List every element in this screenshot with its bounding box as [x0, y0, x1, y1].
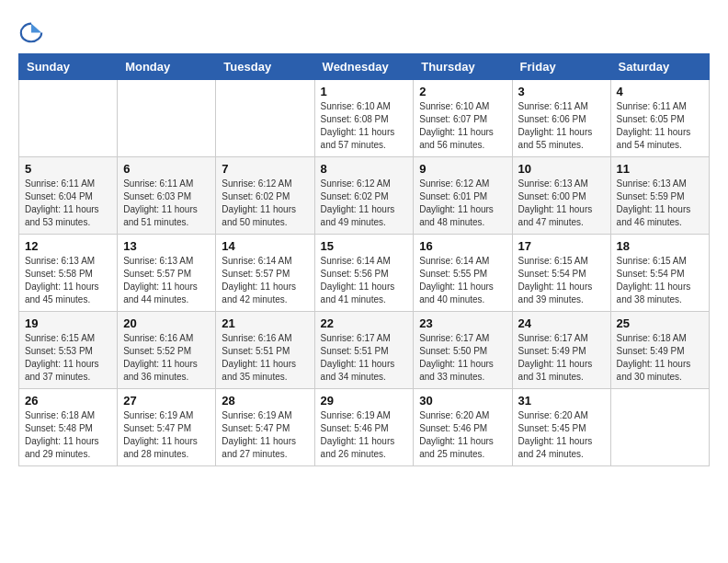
day-number: 8 [321, 162, 408, 176]
calendar-cell: 2Sunrise: 6:10 AM Sunset: 6:07 PM Daylig… [414, 80, 512, 157]
calendar-cell: 23Sunrise: 6:17 AM Sunset: 5:50 PM Dayli… [414, 312, 512, 389]
day-number: 22 [321, 316, 408, 330]
day-number: 18 [617, 239, 703, 253]
weekday-header: Tuesday [216, 54, 314, 80]
day-number: 20 [123, 316, 210, 330]
logo-icon [18, 18, 44, 44]
cell-text: Sunrise: 6:14 AM Sunset: 5:57 PM Dayligh… [222, 255, 308, 306]
cell-text: Sunrise: 6:17 AM Sunset: 5:51 PM Dayligh… [321, 332, 408, 384]
cell-text: Sunrise: 6:17 AM Sunset: 5:50 PM Dayligh… [419, 332, 506, 384]
cell-text: Sunrise: 6:18 AM Sunset: 5:48 PM Dayligh… [25, 409, 111, 461]
calendar-cell: 29Sunrise: 6:19 AM Sunset: 5:46 PM Dayli… [314, 389, 414, 466]
cell-text: Sunrise: 6:19 AM Sunset: 5:46 PM Dayligh… [321, 409, 408, 461]
cell-text: Sunrise: 6:16 AM Sunset: 5:52 PM Dayligh… [123, 332, 210, 384]
calendar-cell: 25Sunrise: 6:18 AM Sunset: 5:49 PM Dayli… [610, 312, 709, 389]
calendar-cell: 10Sunrise: 6:13 AM Sunset: 6:00 PM Dayli… [512, 157, 610, 235]
cell-text: Sunrise: 6:11 AM Sunset: 6:05 PM Dayligh… [617, 100, 703, 152]
calendar-cell: 27Sunrise: 6:19 AM Sunset: 5:47 PM Dayli… [118, 389, 216, 466]
day-number: 30 [419, 394, 506, 408]
day-number: 6 [123, 162, 210, 176]
cell-text: Sunrise: 6:11 AM Sunset: 6:06 PM Dayligh… [518, 100, 605, 152]
day-number: 12 [25, 239, 111, 253]
day-number: 31 [518, 394, 605, 408]
day-number: 29 [321, 394, 408, 408]
day-number: 15 [321, 239, 408, 253]
logo [18, 18, 48, 44]
cell-text: Sunrise: 6:14 AM Sunset: 5:55 PM Dayligh… [419, 255, 506, 306]
calendar-cell [610, 389, 709, 466]
cell-text: Sunrise: 6:11 AM Sunset: 6:04 PM Dayligh… [25, 178, 111, 229]
weekday-header: Wednesday [314, 54, 414, 80]
cell-text: Sunrise: 6:19 AM Sunset: 5:47 PM Dayligh… [222, 409, 308, 461]
calendar-cell: 14Sunrise: 6:14 AM Sunset: 5:57 PM Dayli… [216, 235, 314, 312]
cell-text: Sunrise: 6:16 AM Sunset: 5:51 PM Dayligh… [222, 332, 308, 384]
calendar-cell [118, 80, 216, 157]
calendar-cell [19, 80, 118, 157]
cell-text: Sunrise: 6:20 AM Sunset: 5:45 PM Dayligh… [518, 409, 605, 461]
cell-text: Sunrise: 6:11 AM Sunset: 6:03 PM Dayligh… [123, 178, 210, 229]
day-number: 5 [25, 162, 111, 176]
calendar-cell: 21Sunrise: 6:16 AM Sunset: 5:51 PM Dayli… [216, 312, 314, 389]
calendar-cell: 13Sunrise: 6:13 AM Sunset: 5:57 PM Dayli… [118, 235, 216, 312]
calendar-cell: 16Sunrise: 6:14 AM Sunset: 5:55 PM Dayli… [414, 235, 512, 312]
calendar-cell: 11Sunrise: 6:13 AM Sunset: 5:59 PM Dayli… [610, 157, 709, 235]
day-number: 7 [222, 162, 308, 176]
calendar-cell: 12Sunrise: 6:13 AM Sunset: 5:58 PM Dayli… [19, 235, 118, 312]
calendar-cell: 8Sunrise: 6:12 AM Sunset: 6:02 PM Daylig… [314, 157, 414, 235]
calendar-cell: 3Sunrise: 6:11 AM Sunset: 6:06 PM Daylig… [512, 80, 610, 157]
calendar-cell: 30Sunrise: 6:20 AM Sunset: 5:46 PM Dayli… [414, 389, 512, 466]
day-number: 17 [518, 239, 605, 253]
weekday-header: Friday [512, 54, 610, 80]
cell-text: Sunrise: 6:14 AM Sunset: 5:56 PM Dayligh… [321, 255, 408, 306]
day-number: 28 [222, 394, 308, 408]
cell-text: Sunrise: 6:17 AM Sunset: 5:49 PM Dayligh… [518, 332, 605, 384]
weekday-header: Saturday [610, 54, 709, 80]
cell-text: Sunrise: 6:10 AM Sunset: 6:07 PM Dayligh… [419, 100, 506, 152]
cell-text: Sunrise: 6:19 AM Sunset: 5:47 PM Dayligh… [123, 409, 210, 461]
cell-text: Sunrise: 6:15 AM Sunset: 5:53 PM Dayligh… [25, 332, 111, 384]
cell-text: Sunrise: 6:13 AM Sunset: 5:57 PM Dayligh… [123, 255, 210, 306]
weekday-header: Monday [118, 54, 216, 80]
calendar-cell: 4Sunrise: 6:11 AM Sunset: 6:05 PM Daylig… [610, 80, 709, 157]
cell-text: Sunrise: 6:18 AM Sunset: 5:49 PM Dayligh… [617, 332, 703, 384]
cell-text: Sunrise: 6:13 AM Sunset: 5:58 PM Dayligh… [25, 255, 111, 306]
calendar-cell: 7Sunrise: 6:12 AM Sunset: 6:02 PM Daylig… [216, 157, 314, 235]
day-number: 24 [518, 316, 605, 330]
calendar-cell: 22Sunrise: 6:17 AM Sunset: 5:51 PM Dayli… [314, 312, 414, 389]
calendar-cell: 9Sunrise: 6:12 AM Sunset: 6:01 PM Daylig… [414, 157, 512, 235]
day-number: 10 [518, 162, 605, 176]
day-number: 16 [419, 239, 506, 253]
calendar-cell: 5Sunrise: 6:11 AM Sunset: 6:04 PM Daylig… [19, 157, 118, 235]
calendar-table: SundayMondayTuesdayWednesdayThursdayFrid… [18, 53, 710, 466]
day-number: 1 [321, 85, 408, 98]
page-header [18, 18, 710, 44]
calendar-cell: 24Sunrise: 6:17 AM Sunset: 5:49 PM Dayli… [512, 312, 610, 389]
day-number: 13 [123, 239, 210, 253]
calendar-cell: 19Sunrise: 6:15 AM Sunset: 5:53 PM Dayli… [19, 312, 118, 389]
calendar-cell: 18Sunrise: 6:15 AM Sunset: 5:54 PM Dayli… [610, 235, 709, 312]
weekday-header: Sunday [19, 54, 118, 80]
cell-text: Sunrise: 6:12 AM Sunset: 6:02 PM Dayligh… [321, 178, 408, 229]
cell-text: Sunrise: 6:12 AM Sunset: 6:02 PM Dayligh… [222, 178, 308, 229]
day-number: 11 [617, 162, 703, 176]
calendar-cell: 17Sunrise: 6:15 AM Sunset: 5:54 PM Dayli… [512, 235, 610, 312]
calendar-cell: 20Sunrise: 6:16 AM Sunset: 5:52 PM Dayli… [118, 312, 216, 389]
day-number: 23 [419, 316, 506, 330]
day-number: 26 [25, 394, 111, 408]
cell-text: Sunrise: 6:20 AM Sunset: 5:46 PM Dayligh… [419, 409, 506, 461]
day-number: 2 [419, 85, 506, 98]
day-number: 27 [123, 394, 210, 408]
day-number: 25 [617, 316, 703, 330]
calendar-cell [216, 80, 314, 157]
weekday-header: Thursday [414, 54, 512, 80]
cell-text: Sunrise: 6:13 AM Sunset: 6:00 PM Dayligh… [518, 178, 605, 229]
calendar-cell: 15Sunrise: 6:14 AM Sunset: 5:56 PM Dayli… [314, 235, 414, 312]
day-number: 21 [222, 316, 308, 330]
day-number: 4 [617, 85, 703, 98]
cell-text: Sunrise: 6:12 AM Sunset: 6:01 PM Dayligh… [419, 178, 506, 229]
cell-text: Sunrise: 6:15 AM Sunset: 5:54 PM Dayligh… [518, 255, 605, 306]
calendar-cell: 26Sunrise: 6:18 AM Sunset: 5:48 PM Dayli… [19, 389, 118, 466]
cell-text: Sunrise: 6:13 AM Sunset: 5:59 PM Dayligh… [617, 178, 703, 229]
calendar-cell: 31Sunrise: 6:20 AM Sunset: 5:45 PM Dayli… [512, 389, 610, 466]
cell-text: Sunrise: 6:10 AM Sunset: 6:08 PM Dayligh… [321, 100, 408, 152]
